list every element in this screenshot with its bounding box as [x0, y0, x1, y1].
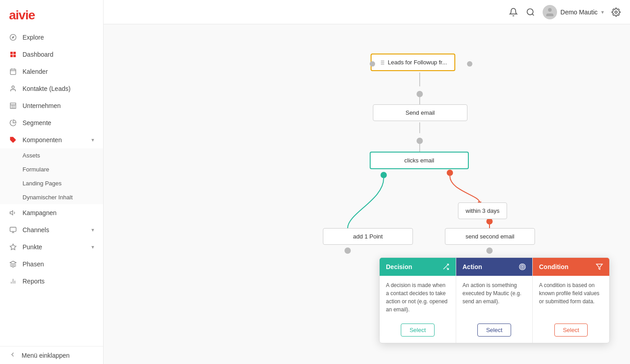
- svg-marker-20: [10, 244, 16, 250]
- modal-condition-header: Condition: [533, 258, 609, 276]
- action-select-button[interactable]: Select: [477, 324, 511, 337]
- shuffle-icon: [442, 263, 449, 270]
- flow-node-send-second-email-label: send second email: [466, 233, 514, 240]
- user-area[interactable]: Demo Mautic ▾: [543, 5, 604, 19]
- svg-point-40: [344, 247, 351, 254]
- compass-icon: [9, 33, 17, 41]
- flow-node-within-3-days-label: within 3 days: [466, 207, 499, 214]
- sidebar-sub-menu: Assets Formulare Landing Pages Dynamisch…: [0, 148, 103, 204]
- flow-node-leads-label: Leads for Followup fr...: [388, 59, 447, 66]
- modal-condition-body: A condition is based on known profile fi…: [533, 276, 609, 319]
- modal-card-decision: Decision A decision is made when a conta…: [380, 258, 456, 343]
- sidebar-sub-formulare[interactable]: Formulare: [0, 162, 103, 176]
- list-icon: [379, 59, 385, 66]
- sidebar-item-komponenten[interactable]: Komponenten ▾: [0, 131, 103, 148]
- chevron-down-icon: ▾: [91, 137, 94, 143]
- filter-icon: [596, 263, 603, 270]
- user-chevron-icon: ▾: [601, 9, 604, 15]
- svg-marker-16: [10, 211, 13, 215]
- sidebar-item-channels[interactable]: Channels ▾: [0, 221, 103, 238]
- sidebar-collapse-label: Menü einklappen: [22, 352, 70, 359]
- bell-icon[interactable]: [508, 7, 518, 17]
- sidebar-sub-assets-label: Assets: [23, 152, 40, 159]
- svg-rect-2: [10, 52, 13, 54]
- modal-decision-footer: Select: [380, 319, 456, 343]
- flow-node-clicks-email-label: clicks email: [404, 157, 434, 164]
- modal-action-header: Action: [456, 258, 532, 276]
- logo: aivie: [0, 0, 103, 29]
- svg-point-28: [615, 11, 617, 13]
- svg-point-27: [548, 8, 552, 12]
- user-name: Demo Mautic: [561, 9, 598, 16]
- chevron-left-icon: [9, 351, 16, 360]
- modal-decision-body: A decision is made when a contact decide…: [380, 276, 456, 319]
- sidebar-item-phasen[interactable]: Phasen: [0, 256, 103, 273]
- modal-action-description: An action is something executed by Mauti…: [462, 282, 521, 305]
- flow-node-leads[interactable]: Leads for Followup fr...: [371, 54, 455, 71]
- modal-condition-title: Condition: [539, 263, 568, 270]
- svg-marker-53: [596, 264, 602, 270]
- svg-point-25: [527, 9, 533, 14]
- flow-node-add-1-point[interactable]: add 1 Point: [323, 228, 413, 245]
- sidebar-sub-dynamischer-label: Dynamischer Inhalt: [23, 194, 73, 201]
- pie-icon: [9, 119, 17, 127]
- svg-point-33: [417, 138, 423, 144]
- svg-line-26: [532, 13, 534, 15]
- flow-node-send-second-email[interactable]: send second email: [445, 228, 535, 245]
- building-icon: [9, 102, 17, 110]
- modal-card-action: Action An action is something executed b…: [456, 258, 533, 343]
- flow-node-send-email-label: Send email: [405, 109, 435, 116]
- calendar-icon: [9, 67, 17, 76]
- sidebar-sub-landingpages[interactable]: Landing Pages: [0, 176, 103, 190]
- chevron-down-icon-2: ▾: [91, 227, 94, 233]
- flow-node-send-email[interactable]: Send email: [373, 104, 467, 121]
- sidebar-item-kontakte[interactable]: Kontakte (Leads): [0, 80, 103, 97]
- chevron-down-icon-3: ▾: [91, 244, 94, 250]
- modal-action-body: An action is something executed by Mauti…: [456, 276, 532, 319]
- search-icon[interactable]: [526, 7, 535, 17]
- leads-right-dot: [467, 61, 472, 67]
- modal-decision-title: Decision: [386, 263, 412, 270]
- gear-icon[interactable]: [611, 7, 621, 17]
- svg-point-35: [381, 172, 387, 178]
- star-icon: [9, 243, 17, 251]
- sidebar-item-kampagnen[interactable]: Kampagnen: [0, 204, 103, 221]
- svg-marker-1: [12, 36, 14, 39]
- leads-left-dot: [370, 61, 375, 67]
- main-content: Leads for Followup fr... Send email clic…: [104, 24, 630, 364]
- sidebar-item-reports[interactable]: Reports: [0, 273, 103, 290]
- svg-point-52: [522, 266, 523, 268]
- sidebar-item-channels-label: Channels: [23, 226, 49, 234]
- svg-marker-21: [10, 261, 16, 264]
- topbar: Demo Mautic ▾: [104, 0, 630, 24]
- flow-node-within-3-days[interactable]: within 3 days: [458, 202, 507, 219]
- sidebar-item-kalender[interactable]: Kalender: [0, 63, 103, 80]
- sidebar-sub-assets[interactable]: Assets: [0, 148, 103, 162]
- sidebar-item-segmente[interactable]: Segmente: [0, 114, 103, 131]
- svg-point-36: [447, 170, 453, 176]
- sidebar-sub-dynamischer[interactable]: Dynamischer Inhalt: [0, 190, 103, 204]
- svg-point-38: [486, 218, 493, 225]
- sidebar-item-phasen-label: Phasen: [23, 261, 44, 268]
- sidebar-sub-formulare-label: Formulare: [23, 166, 49, 173]
- sidebar-item-komponenten-label: Komponenten: [23, 136, 62, 144]
- modal-panel: Decision A decision is made when a conta…: [379, 257, 610, 343]
- sidebar-item-unternehmen[interactable]: Unternehmen: [0, 97, 103, 114]
- avatar: [543, 5, 557, 19]
- condition-select-button[interactable]: Select: [554, 324, 588, 337]
- sidebar-item-dashboard[interactable]: Dashboard: [0, 46, 103, 63]
- sidebar-item-explore[interactable]: Explore: [0, 29, 103, 46]
- flow-node-add-1-point-label: add 1 Point: [353, 233, 383, 240]
- sidebar-sub-landingpages-label: Landing Pages: [23, 180, 62, 187]
- sidebar-item-punkte[interactable]: Punkte ▾: [0, 238, 103, 256]
- sidebar-collapse-button[interactable]: Menü einklappen: [0, 346, 103, 364]
- svg-rect-6: [10, 69, 16, 75]
- puzzle-icon: [9, 136, 17, 144]
- flow-node-clicks-email[interactable]: clicks email: [370, 152, 469, 169]
- grid-icon: [9, 50, 17, 58]
- svg-rect-17: [10, 227, 16, 231]
- sidebar-item-kampagnen-label: Kampagnen: [23, 209, 57, 216]
- svg-point-41: [486, 247, 493, 254]
- decision-select-button[interactable]: Select: [401, 324, 434, 337]
- svg-rect-5: [14, 55, 16, 57]
